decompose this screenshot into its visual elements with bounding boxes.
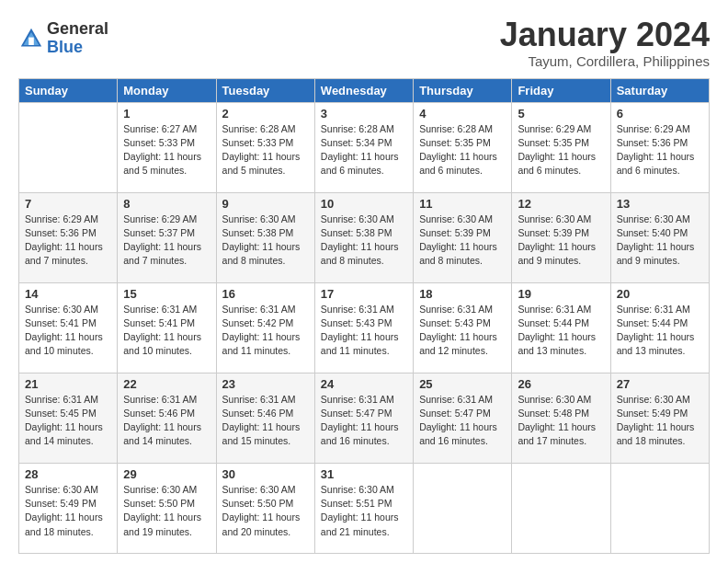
day-number: 12 xyxy=(518,197,604,211)
day-info: Sunrise: 6:31 AM Sunset: 5:44 PM Dayligh… xyxy=(617,303,703,359)
calendar-cell: 17Sunrise: 6:31 AM Sunset: 5:43 PM Dayli… xyxy=(314,282,413,373)
calendar-cell: 25Sunrise: 6:31 AM Sunset: 5:47 PM Dayli… xyxy=(414,373,512,463)
day-info: Sunrise: 6:30 AM Sunset: 5:39 PM Dayligh… xyxy=(518,213,604,269)
day-number: 28 xyxy=(25,467,111,481)
calendar-cell xyxy=(610,463,709,553)
calendar-cell: 9Sunrise: 6:30 AM Sunset: 5:38 PM Daylig… xyxy=(216,192,314,282)
day-info: Sunrise: 6:29 AM Sunset: 5:36 PM Dayligh… xyxy=(25,213,111,269)
calendar-table: SundayMondayTuesdayWednesdayThursdayFrid… xyxy=(18,78,710,554)
day-info: Sunrise: 6:30 AM Sunset: 5:40 PM Dayligh… xyxy=(617,213,703,269)
day-info: Sunrise: 6:27 AM Sunset: 5:33 PM Dayligh… xyxy=(123,122,210,178)
calendar-header-sunday: Sunday xyxy=(19,78,118,102)
calendar-cell: 20Sunrise: 6:31 AM Sunset: 5:44 PM Dayli… xyxy=(610,282,709,373)
day-number: 23 xyxy=(222,377,309,391)
calendar-cell: 3Sunrise: 6:28 AM Sunset: 5:34 PM Daylig… xyxy=(314,102,413,192)
title-block: January 2024 Tayum, Cordillera, Philippi… xyxy=(500,17,710,69)
day-info: Sunrise: 6:31 AM Sunset: 5:47 PM Dayligh… xyxy=(419,393,506,449)
day-info: Sunrise: 6:30 AM Sunset: 5:51 PM Dayligh… xyxy=(321,483,407,539)
day-number: 25 xyxy=(419,377,506,391)
calendar-cell: 28Sunrise: 6:30 AM Sunset: 5:49 PM Dayli… xyxy=(19,463,118,553)
calendar-week-row: 1Sunrise: 6:27 AM Sunset: 5:33 PM Daylig… xyxy=(19,102,710,192)
day-number: 18 xyxy=(419,287,506,301)
day-number: 22 xyxy=(123,377,210,391)
calendar-cell: 13Sunrise: 6:30 AM Sunset: 5:40 PM Dayli… xyxy=(610,192,709,282)
day-number: 26 xyxy=(518,377,604,391)
day-number: 20 xyxy=(617,287,703,301)
day-info: Sunrise: 6:31 AM Sunset: 5:46 PM Dayligh… xyxy=(123,393,210,449)
logo: General Blue xyxy=(18,20,108,57)
calendar-cell: 31Sunrise: 6:30 AM Sunset: 5:51 PM Dayli… xyxy=(314,463,413,553)
day-number: 24 xyxy=(321,377,407,391)
day-info: Sunrise: 6:31 AM Sunset: 5:46 PM Dayligh… xyxy=(222,393,309,449)
day-number: 13 xyxy=(617,197,703,211)
day-info: Sunrise: 6:31 AM Sunset: 5:45 PM Dayligh… xyxy=(25,393,111,449)
day-info: Sunrise: 6:30 AM Sunset: 5:41 PM Dayligh… xyxy=(25,303,111,359)
calendar-cell: 22Sunrise: 6:31 AM Sunset: 5:46 PM Dayli… xyxy=(118,373,216,463)
day-info: Sunrise: 6:30 AM Sunset: 5:38 PM Dayligh… xyxy=(222,213,309,269)
calendar-cell: 14Sunrise: 6:30 AM Sunset: 5:41 PM Dayli… xyxy=(19,282,118,373)
calendar-week-row: 28Sunrise: 6:30 AM Sunset: 5:49 PM Dayli… xyxy=(19,463,710,553)
day-info: Sunrise: 6:28 AM Sunset: 5:34 PM Dayligh… xyxy=(321,122,407,178)
day-info: Sunrise: 6:28 AM Sunset: 5:33 PM Dayligh… xyxy=(222,122,309,178)
day-info: Sunrise: 6:31 AM Sunset: 5:43 PM Dayligh… xyxy=(321,303,407,359)
svg-rect-2 xyxy=(28,37,34,44)
day-number: 21 xyxy=(25,377,111,391)
day-info: Sunrise: 6:31 AM Sunset: 5:43 PM Dayligh… xyxy=(419,303,506,359)
calendar-header-friday: Friday xyxy=(512,78,610,102)
title-location: Tayum, Cordillera, Philippines xyxy=(500,53,710,69)
day-number: 17 xyxy=(321,287,407,301)
calendar-cell: 12Sunrise: 6:30 AM Sunset: 5:39 PM Dayli… xyxy=(512,192,610,282)
day-info: Sunrise: 6:30 AM Sunset: 5:49 PM Dayligh… xyxy=(25,483,111,539)
day-number: 19 xyxy=(518,287,604,301)
calendar-cell xyxy=(414,463,512,553)
day-info: Sunrise: 6:29 AM Sunset: 5:37 PM Dayligh… xyxy=(123,213,210,269)
calendar-cell: 5Sunrise: 6:29 AM Sunset: 5:35 PM Daylig… xyxy=(512,102,610,192)
page: General Blue January 2024 Tayum, Cordill… xyxy=(0,0,728,563)
day-number: 6 xyxy=(617,107,703,121)
day-number: 9 xyxy=(222,197,309,211)
day-number: 29 xyxy=(123,467,210,481)
calendar-cell: 1Sunrise: 6:27 AM Sunset: 5:33 PM Daylig… xyxy=(118,102,216,192)
logo-general: General xyxy=(47,20,108,39)
day-info: Sunrise: 6:30 AM Sunset: 5:50 PM Dayligh… xyxy=(123,483,210,539)
day-info: Sunrise: 6:29 AM Sunset: 5:36 PM Dayligh… xyxy=(617,122,703,178)
calendar-header-monday: Monday xyxy=(118,78,216,102)
calendar-header-wednesday: Wednesday xyxy=(314,78,413,102)
calendar-cell: 15Sunrise: 6:31 AM Sunset: 5:41 PM Dayli… xyxy=(118,282,216,373)
day-number: 27 xyxy=(617,377,703,391)
day-number: 1 xyxy=(123,107,210,121)
calendar-cell xyxy=(19,102,118,192)
calendar-cell: 26Sunrise: 6:30 AM Sunset: 5:48 PM Dayli… xyxy=(512,373,610,463)
logo-blue: Blue xyxy=(47,39,108,57)
calendar-cell: 24Sunrise: 6:31 AM Sunset: 5:47 PM Dayli… xyxy=(314,373,413,463)
day-number: 4 xyxy=(419,107,506,121)
day-info: Sunrise: 6:28 AM Sunset: 5:35 PM Dayligh… xyxy=(419,122,506,178)
calendar-cell: 19Sunrise: 6:31 AM Sunset: 5:44 PM Dayli… xyxy=(512,282,610,373)
day-number: 16 xyxy=(222,287,309,301)
day-number: 5 xyxy=(518,107,604,121)
calendar-cell: 21Sunrise: 6:31 AM Sunset: 5:45 PM Dayli… xyxy=(19,373,118,463)
calendar-week-row: 14Sunrise: 6:30 AM Sunset: 5:41 PM Dayli… xyxy=(19,282,710,373)
calendar-cell: 10Sunrise: 6:30 AM Sunset: 5:38 PM Dayli… xyxy=(314,192,413,282)
logo-text: General Blue xyxy=(47,20,108,57)
day-info: Sunrise: 6:30 AM Sunset: 5:48 PM Dayligh… xyxy=(518,393,604,449)
day-info: Sunrise: 6:30 AM Sunset: 5:50 PM Dayligh… xyxy=(222,483,309,539)
day-info: Sunrise: 6:31 AM Sunset: 5:41 PM Dayligh… xyxy=(123,303,210,359)
calendar-cell: 23Sunrise: 6:31 AM Sunset: 5:46 PM Dayli… xyxy=(216,373,314,463)
logo-icon xyxy=(18,26,44,52)
calendar-cell: 27Sunrise: 6:30 AM Sunset: 5:49 PM Dayli… xyxy=(610,373,709,463)
day-info: Sunrise: 6:30 AM Sunset: 5:49 PM Dayligh… xyxy=(617,393,703,449)
calendar-cell: 16Sunrise: 6:31 AM Sunset: 5:42 PM Dayli… xyxy=(216,282,314,373)
calendar-cell: 7Sunrise: 6:29 AM Sunset: 5:36 PM Daylig… xyxy=(19,192,118,282)
calendar-header-tuesday: Tuesday xyxy=(216,78,314,102)
calendar-cell xyxy=(512,463,610,553)
day-info: Sunrise: 6:31 AM Sunset: 5:42 PM Dayligh… xyxy=(222,303,309,359)
day-info: Sunrise: 6:31 AM Sunset: 5:47 PM Dayligh… xyxy=(321,393,407,449)
day-info: Sunrise: 6:29 AM Sunset: 5:35 PM Dayligh… xyxy=(518,122,604,178)
calendar-cell: 4Sunrise: 6:28 AM Sunset: 5:35 PM Daylig… xyxy=(414,102,512,192)
day-number: 2 xyxy=(222,107,309,121)
day-number: 14 xyxy=(25,287,111,301)
day-number: 10 xyxy=(321,197,407,211)
day-number: 11 xyxy=(419,197,506,211)
header: General Blue January 2024 Tayum, Cordill… xyxy=(18,17,710,69)
